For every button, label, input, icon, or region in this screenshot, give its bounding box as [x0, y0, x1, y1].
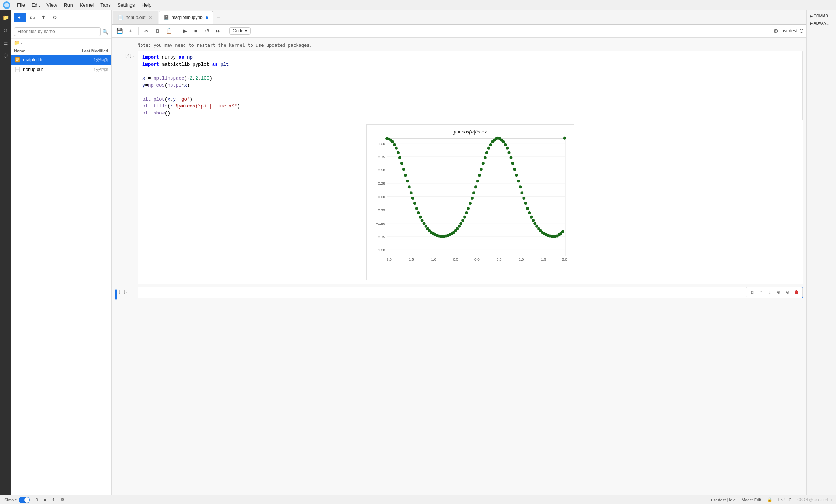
svg-text:−0.5: −0.5: [451, 257, 458, 261]
svg-point-83: [470, 197, 473, 200]
run-button[interactable]: ▶: [180, 26, 190, 36]
right-section-advanced[interactable]: ▶ ADVAN...: [808, 20, 835, 26]
toolbar-separator-3: [226, 27, 226, 35]
svg-point-77: [459, 222, 462, 225]
paste-button[interactable]: 📋: [164, 26, 174, 36]
menu-edit[interactable]: Edit: [29, 1, 43, 9]
restart-button[interactable]: ↺: [202, 26, 212, 36]
move-up-button[interactable]: ↑: [757, 288, 765, 296]
simple-label: Simple: [4, 498, 17, 502]
tab-modified-dot: [206, 16, 208, 19]
cut-button[interactable]: ✂: [142, 26, 151, 36]
fast-forward-button[interactable]: ⏭: [213, 26, 223, 36]
settings-icon[interactable]: ⚙: [773, 28, 778, 35]
move-down-button[interactable]: ↓: [766, 288, 774, 296]
puzzle-icon[interactable]: ⬡: [1, 51, 10, 59]
right-chevron-icon: ▶: [810, 14, 814, 18]
delete-cell-button[interactable]: 🗑: [793, 288, 801, 296]
menu-kernel[interactable]: Kernel: [77, 1, 97, 9]
svg-point-54: [417, 211, 420, 214]
tab-nohup-close[interactable]: ✕: [148, 15, 153, 20]
add-above-button[interactable]: ⊕: [775, 288, 783, 296]
circle-icon[interactable]: ○: [1, 26, 10, 34]
menu-view[interactable]: View: [43, 1, 60, 9]
search-input[interactable]: [14, 27, 101, 36]
tab-nohup[interactable]: 📄 nohup.out ✕: [113, 11, 158, 24]
menu-file[interactable]: File: [14, 1, 28, 9]
svg-point-111: [522, 197, 525, 200]
note-text: Note: you may need to restart the kernel…: [112, 41, 806, 51]
svg-point-53: [415, 207, 418, 210]
code-line-6: [142, 89, 798, 96]
toggle-track[interactable]: [19, 497, 30, 503]
svg-rect-7: [16, 69, 19, 70]
col-name-header[interactable]: Name ↑: [14, 49, 75, 53]
svg-point-51: [411, 197, 414, 200]
refresh-button[interactable]: ↻: [50, 13, 59, 22]
empty-cell-input[interactable]: [138, 287, 803, 298]
svg-point-88: [480, 168, 482, 171]
copy-cell-button[interactable]: ⧉: [748, 288, 756, 296]
ln-col-label: Ln 1, C: [778, 498, 791, 502]
refresh-icon: ↻: [52, 14, 57, 20]
code-line-7: plt.plot(x,y,'go'): [142, 96, 798, 103]
svg-text:−2.0: −2.0: [384, 257, 392, 261]
upload-button[interactable]: 🗂: [28, 13, 37, 22]
code-line-1: import numpy as np: [142, 54, 798, 61]
file-item-nohup[interactable]: nohup.out 1分钟前: [11, 65, 111, 74]
menu-tabs[interactable]: Tabs: [97, 1, 113, 9]
svg-point-78: [461, 219, 464, 222]
svg-point-75: [456, 227, 459, 230]
svg-point-57: [422, 222, 425, 225]
svg-point-87: [478, 174, 481, 177]
svg-text:0.00: 0.00: [378, 195, 385, 199]
list-icon[interactable]: ☰: [1, 39, 10, 47]
menu-run[interactable]: Run: [61, 1, 76, 9]
plus-icon: +: [18, 15, 21, 20]
svg-point-90: [483, 156, 486, 159]
svg-point-80: [465, 211, 468, 214]
add-below-button[interactable]: ⊖: [784, 288, 792, 296]
svg-point-76: [458, 224, 461, 227]
svg-rect-4: [16, 60, 18, 61]
right-section-common[interactable]: ▶ COMMO...: [808, 13, 835, 19]
toolbar-separator-2: [177, 27, 177, 35]
plot-dots: [385, 137, 566, 238]
add-tab-button[interactable]: +: [214, 12, 224, 23]
watermark: CSDN @seasidezho: [797, 498, 832, 502]
upload-file-button[interactable]: ⬆: [39, 13, 48, 22]
code-line-9: plt.show(): [142, 110, 798, 117]
simple-toggle[interactable]: Simple: [4, 497, 30, 503]
cell-4-label: [4]:: [115, 51, 138, 284]
file-item-matplotlib[interactable]: matplotlib... 1分钟前: [11, 55, 111, 65]
cell-4-code[interactable]: import numpy as np import matplotlib.pyp…: [138, 51, 803, 120]
new-button[interactable]: +: [14, 13, 26, 22]
svg-point-44: [398, 156, 401, 159]
kernel-mode-select[interactable]: Code ▾: [229, 27, 251, 35]
folder-icon[interactable]: 📁: [1, 13, 10, 22]
file-time-matplotlib: 1分钟前: [82, 57, 108, 63]
menu-help[interactable]: Help: [139, 1, 155, 9]
copy-button[interactable]: ⧉: [153, 26, 162, 36]
svg-text:−1.5: −1.5: [406, 257, 414, 261]
svg-point-105: [511, 162, 514, 165]
svg-text:1.0: 1.0: [519, 257, 524, 261]
menu-settings[interactable]: Settings: [114, 1, 138, 9]
cell-toolbar: ⧉ ↑ ↓ ⊕ ⊖ 🗑: [746, 287, 803, 297]
svg-point-108: [517, 180, 520, 182]
status-icon2: ⚙: [61, 497, 64, 502]
svg-point-45: [400, 162, 403, 165]
add-cell-button[interactable]: +: [126, 26, 135, 36]
col-modified-header[interactable]: Last Modified: [75, 49, 108, 53]
chevron-down-icon: ▾: [245, 28, 247, 33]
tab-matplotlib[interactable]: 📓 matplotlib.ipynb: [159, 11, 213, 24]
add-icon: +: [129, 28, 132, 34]
file-browser-sidebar: + 🗂 ⬆ ↻ 🔍 📁 / Name ↑ Las: [11, 10, 112, 495]
svg-point-50: [409, 191, 412, 194]
notebook-file-icon: [14, 56, 21, 63]
save-button[interactable]: 💾: [114, 26, 124, 36]
svg-point-46: [402, 168, 405, 171]
interrupt-button[interactable]: ■: [191, 26, 201, 36]
svg-text:−0.75: −0.75: [375, 235, 385, 239]
cell-empty: [ ]: ⧉ ↑ ↓ ⊕ ⊖ 🗑: [112, 287, 806, 300]
